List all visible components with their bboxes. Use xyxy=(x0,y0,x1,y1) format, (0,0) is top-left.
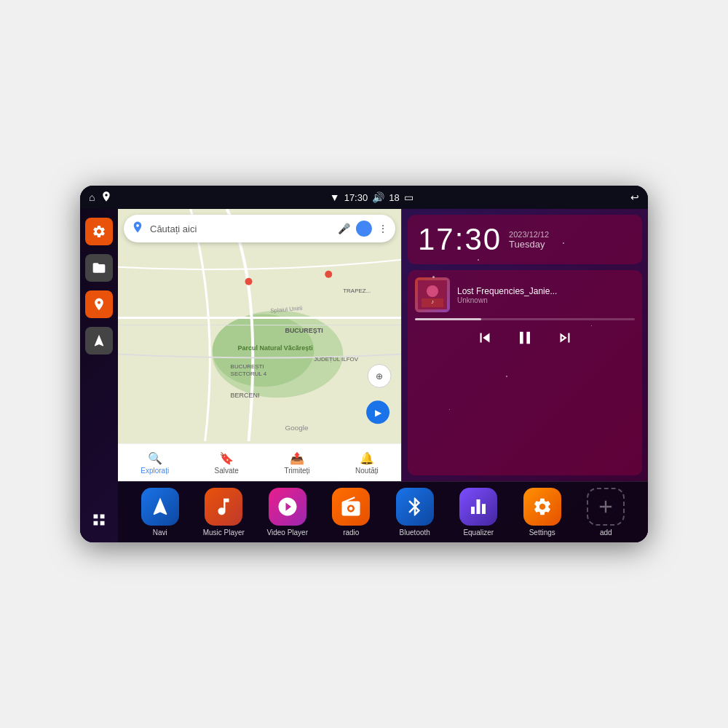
svg-text:▶: ▶ xyxy=(375,408,382,418)
app-grid: Navi Music Player Video Player xyxy=(118,481,648,542)
add-icon xyxy=(587,488,625,526)
sidebar-item-settings[interactable] xyxy=(85,218,113,245)
app-radio[interactable]: radio xyxy=(321,488,382,537)
prev-button[interactable] xyxy=(475,328,494,347)
map-container[interactable]: Splaiul Unirii Parcul Natural Văcărești … xyxy=(118,209,402,481)
news-icon: 🔔 xyxy=(360,451,374,465)
svg-point-13 xyxy=(325,271,332,278)
saved-label: Salvate xyxy=(215,467,239,475)
navi-label: Navi xyxy=(153,529,167,537)
app-bluetooth[interactable]: Bluetooth xyxy=(384,488,446,537)
video-player-label: Video Player xyxy=(266,529,308,537)
radio-label: radio xyxy=(343,529,359,537)
bookmark-icon: 🔖 xyxy=(219,451,234,465)
wifi-icon: ▼ xyxy=(330,191,340,203)
info-panel: 17:30 2023/12/12 Tuesday xyxy=(402,209,648,481)
sidebar-grid-button[interactable] xyxy=(85,506,113,534)
add-label: add xyxy=(600,529,612,537)
music-title: Lost Frequencies_Janie... xyxy=(457,286,635,296)
svg-text:♪: ♪ xyxy=(431,298,434,305)
battery-level: 18 xyxy=(389,192,399,203)
bluetooth-label: Bluetooth xyxy=(400,529,430,537)
search-input-text: Căutați aici xyxy=(150,223,332,234)
svg-text:SECTORUL 4: SECTORUL 4 xyxy=(231,371,267,377)
music-progress-fill xyxy=(415,318,481,320)
content-right: Splaiul Unirii Parcul Natural Văcărești … xyxy=(118,209,648,542)
app-video-player[interactable]: Video Player xyxy=(257,488,318,537)
music-player-label: Music Player xyxy=(203,529,245,537)
svg-point-14 xyxy=(245,278,253,285)
pause-button[interactable] xyxy=(515,328,535,348)
sidebar-item-map[interactable] xyxy=(85,290,113,318)
explore-icon: 🔍 xyxy=(148,451,162,465)
clock-day: Tuesday xyxy=(509,239,549,250)
equalizer-label: Equalizer xyxy=(463,529,494,537)
svg-point-20 xyxy=(136,224,139,227)
settings-label: Settings xyxy=(529,529,555,537)
svg-text:Parcul Natural Văcărești: Parcul Natural Văcărești xyxy=(238,344,313,352)
app-equalizer[interactable]: Equalizer xyxy=(448,488,510,537)
svg-text:Google: Google xyxy=(285,424,309,432)
app-navi[interactable]: Navi xyxy=(130,488,191,537)
clock-date: 2023/12/12 Tuesday xyxy=(509,230,549,250)
svg-point-22 xyxy=(427,285,438,297)
svg-text:BUCUREȘTI: BUCUREȘTI xyxy=(285,327,323,334)
music-controls xyxy=(415,328,635,348)
volume-icon: 🔊 xyxy=(372,191,384,203)
map-share-tab[interactable]: 📤 Trimiteți xyxy=(284,451,309,475)
music-thumb-inner: ♪ xyxy=(415,277,450,312)
svg-text:TRAPEZ...: TRAPEZ... xyxy=(343,288,371,294)
svg-text:JUDEȚUL ILFOV: JUDEȚUL ILFOV xyxy=(314,356,358,363)
battery-icon: ▭ xyxy=(404,191,414,203)
clock-widget: 17:30 2023/12/12 Tuesday xyxy=(408,215,642,264)
music-info: ♪ Lost Frequencies_Janie... Unknown xyxy=(415,277,635,312)
top-area: Splaiul Unirii Parcul Natural Văcărești … xyxy=(118,209,648,481)
map-saved-tab[interactable]: 🔖 Salvate xyxy=(215,451,239,475)
clock-time: 17:30 xyxy=(418,222,502,257)
share-icon: 📤 xyxy=(290,451,304,465)
equalizer-icon xyxy=(459,488,497,526)
app-add[interactable]: add xyxy=(576,488,637,537)
sidebar-item-nav[interactable] xyxy=(85,327,113,355)
map-news-tab[interactable]: 🔔 Noutăți xyxy=(355,451,379,475)
explore-label: Explorați xyxy=(141,467,169,475)
music-artist: Unknown xyxy=(457,296,635,304)
news-label: Noutăți xyxy=(355,467,379,475)
main-content: Splaiul Unirii Parcul Natural Văcărești … xyxy=(80,209,648,542)
music-progress-bar[interactable] xyxy=(415,318,635,320)
radio-icon xyxy=(332,488,370,526)
app-settings[interactable]: Settings xyxy=(512,488,573,537)
share-label: Trimiteți xyxy=(284,467,309,475)
status-bar: ⌂ ▼ 17:30 🔊 18 ▭ ↩ xyxy=(80,186,648,209)
video-player-icon xyxy=(269,488,306,526)
device-frame: ⌂ ▼ 17:30 🔊 18 ▭ ↩ xyxy=(80,186,648,542)
map-bottom-nav: 🔍 Explorați 🔖 Salvate 📤 Trimiteți � xyxy=(118,443,401,481)
svg-text:BUCUREȘTI: BUCUREȘTI xyxy=(231,363,264,370)
maps-pin-icon xyxy=(131,221,144,237)
user-avatar[interactable] xyxy=(356,221,372,237)
next-button[interactable] xyxy=(555,328,574,347)
music-thumbnail: ♪ xyxy=(415,277,450,312)
bluetooth-icon xyxy=(396,488,434,526)
status-time: 17:30 xyxy=(344,192,368,203)
status-right: ↩ xyxy=(630,191,639,203)
map-settings-icon[interactable]: ⋮ xyxy=(378,223,388,234)
status-center: ▼ 17:30 🔊 18 ▭ xyxy=(330,191,414,203)
sidebar-item-files[interactable] xyxy=(85,254,113,282)
svg-text:⊕: ⊕ xyxy=(376,371,383,381)
app-music-player[interactable]: Music Player xyxy=(194,488,255,537)
music-player-icon xyxy=(205,488,242,526)
clock-year: 2023/12/12 xyxy=(509,230,549,239)
maps-icon[interactable] xyxy=(100,191,112,205)
mic-icon[interactable]: 🎤 xyxy=(338,223,350,234)
settings-icon xyxy=(523,488,561,526)
back-icon[interactable]: ↩ xyxy=(630,191,639,203)
status-left: ⌂ xyxy=(89,191,112,205)
home-icon[interactable]: ⌂ xyxy=(89,191,95,203)
svg-text:BERCENI: BERCENI xyxy=(231,392,260,399)
sidebar xyxy=(80,209,118,542)
map-search-bar[interactable]: Căutați aici 🎤 ⋮ xyxy=(124,215,395,242)
navi-icon xyxy=(141,488,179,526)
map-explore-tab[interactable]: 🔍 Explorați xyxy=(141,451,169,475)
music-widget: ♪ Lost Frequencies_Janie... Unknown xyxy=(408,270,642,475)
